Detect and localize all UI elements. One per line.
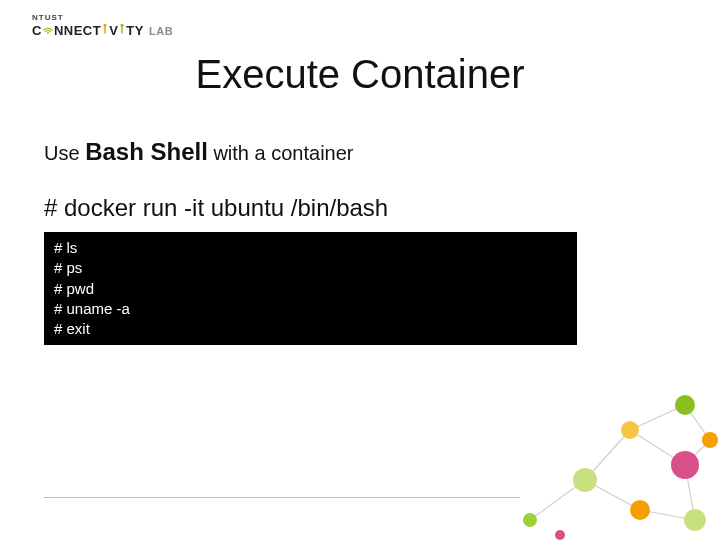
svg-line-12 <box>685 440 710 465</box>
docker-command: # docker run -it ubuntu /bin/bash <box>44 194 676 222</box>
svg-point-18 <box>671 451 699 479</box>
terminal-line: # exit <box>54 319 567 339</box>
antenna-icon <box>101 23 109 38</box>
logo-ntust: NTUST <box>32 14 173 22</box>
subheading: Use Bash Shell with a container <box>44 138 676 166</box>
svg-line-7 <box>630 405 685 430</box>
svg-line-5 <box>585 480 640 510</box>
svg-line-9 <box>640 510 695 520</box>
svg-point-1 <box>104 24 107 27</box>
terminal-line: # pwd <box>54 279 567 299</box>
wifi-icon <box>42 24 54 38</box>
network-decoration <box>490 370 720 540</box>
logo-connectivity: CNNECTVTYLAB <box>32 23 173 38</box>
svg-point-19 <box>684 509 706 531</box>
brand-logo: NTUST CNNECTVTYLAB <box>32 14 173 38</box>
svg-point-15 <box>621 421 639 439</box>
svg-point-13 <box>523 513 537 527</box>
terminal-block: # ls # ps # pwd # uname -a # exit <box>44 232 577 345</box>
svg-point-17 <box>675 395 695 415</box>
svg-point-20 <box>702 432 718 448</box>
svg-line-10 <box>685 465 695 520</box>
svg-line-11 <box>685 405 710 440</box>
slide-title: Execute Container <box>0 52 720 97</box>
svg-point-3 <box>121 24 124 27</box>
terminal-line: # ls <box>54 238 567 258</box>
svg-line-6 <box>585 430 630 480</box>
footer-divider <box>44 497 520 498</box>
svg-line-8 <box>630 430 685 465</box>
terminal-line: # ps <box>54 258 567 278</box>
svg-point-16 <box>630 500 650 520</box>
svg-line-4 <box>530 480 585 520</box>
svg-point-14 <box>573 468 597 492</box>
svg-point-21 <box>555 530 565 540</box>
slide-body: Use Bash Shell with a container # docker… <box>44 138 676 345</box>
terminal-line: # uname -a <box>54 299 567 319</box>
